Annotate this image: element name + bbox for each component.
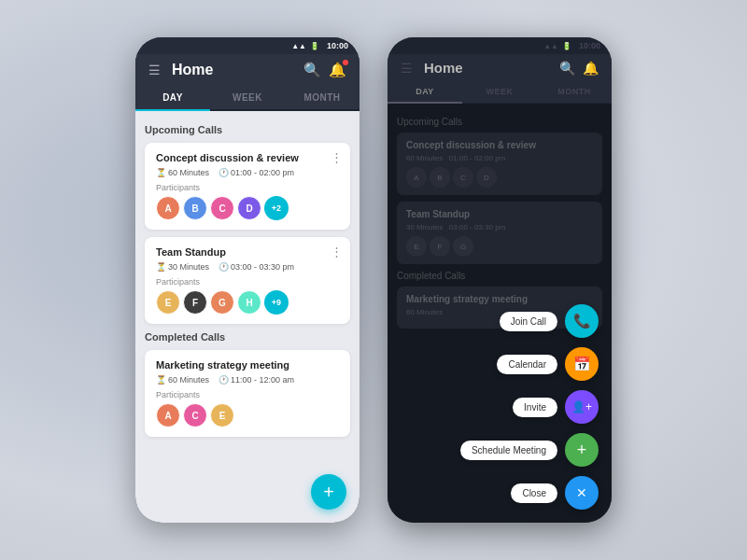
avatar: F (430, 236, 450, 257)
hourglass-icon-3: ⏳ (156, 375, 166, 385)
avatar: D (237, 196, 261, 220)
overlay-avatars-2: E F G (406, 236, 593, 257)
tab-month[interactable]: MONTH (285, 86, 359, 109)
signal-icon: ▲▲ (291, 42, 306, 50)
call-1-title: Concept discussion & review (156, 152, 339, 163)
tab-bar: DAY WEEK MONTH (135, 86, 359, 111)
overlay-call-1-title: Concept discussion & review (406, 140, 593, 150)
overlay-tab-bar: DAY WEEK MONTH (388, 81, 612, 104)
overlay-tab-week[interactable]: WEEK (462, 81, 537, 103)
avatar: E (406, 236, 427, 257)
calendar-button[interactable]: 📅 (565, 347, 599, 381)
invite-label[interactable]: Invite (513, 398, 557, 417)
avatar: C (453, 167, 473, 188)
signal-icon-2: ▲▲ (543, 42, 558, 50)
join-call-label[interactable]: Join Call (500, 312, 557, 331)
fab-item-calendar: Calendar 📅 (497, 347, 599, 381)
overlay-tab-month[interactable]: MONTH (537, 81, 612, 103)
main-content: Upcoming Calls ⋮ Concept discussion & re… (135, 111, 359, 523)
participants-label-2: Participants (156, 277, 339, 287)
add-person-icon: 👤+ (571, 400, 592, 413)
invite-button[interactable]: 👤+ (565, 390, 599, 424)
status-bar: ▲▲ 🔋 10:00 (135, 37, 359, 54)
call-card-2: ⋮ Team Standup ⏳30 Minutes 🕐03:00 - 03:3… (145, 237, 350, 324)
hamburger-icon-2[interactable]: ☰ (401, 61, 413, 76)
fab-item-join-call: Join Call 📞 (500, 304, 599, 338)
call-card-1: ⋮ Concept discussion & review ⏳60 Minute… (145, 143, 350, 230)
notification-button[interactable]: 🔔 (329, 62, 346, 78)
avatar: A (406, 167, 427, 188)
more-options-button-2[interactable]: ⋮ (331, 245, 343, 259)
overlay-main: Upcoming Calls Concept discussion & revi… (388, 104, 612, 523)
notification-button-2[interactable]: 🔔 (583, 61, 599, 76)
avatar: E (156, 290, 180, 315)
avatars-1: A B C D +2 (156, 196, 339, 220)
avatar: B (430, 167, 450, 188)
call-card-3: Marketing strategy meeting ⏳60 Minutes 🕐… (145, 350, 350, 437)
join-call-button[interactable]: 📞 (565, 304, 599, 338)
avatar: C (210, 196, 234, 220)
calendar-label[interactable]: Calendar (497, 355, 557, 374)
overlay-card-2: Team Standup 30 Minutes 03:00 - 03:30 pm… (397, 202, 602, 264)
call-2-meta: ⏳30 Minutes 🕐03:00 - 03:30 pm (156, 262, 339, 272)
battery-icon: 🔋 (310, 42, 319, 50)
close-fab-button[interactable]: ✕ (565, 476, 599, 510)
overlay-avatars-1: A B C D (406, 167, 593, 188)
upcoming-calls-title: Upcoming Calls (145, 124, 350, 135)
plus-icon: + (577, 441, 587, 460)
status-time: 10:00 (327, 41, 348, 50)
status-time-2: 10:00 (579, 41, 600, 50)
overlay-page-title: Home (424, 60, 552, 76)
avatars-2: E F G H +9 (156, 290, 339, 315)
avatar: H (237, 290, 261, 315)
status-bar-2: ▲▲ 🔋 10:00 (388, 37, 612, 54)
search-button-2[interactable]: 🔍 (559, 61, 575, 76)
fab-menu: Join Call 📞 Calendar 📅 Invite 👤+ (460, 304, 599, 510)
avatar: A (156, 196, 180, 220)
overlay-header: ☰ Home 🔍 🔔 (388, 54, 612, 81)
avatar: C (183, 403, 207, 427)
avatar: E (210, 403, 234, 427)
schedule-meeting-button[interactable]: + (565, 433, 599, 467)
phone-2: ▲▲ 🔋 10:00 ☰ Home 🔍 🔔 DAY WEEK MONTH Upc… (388, 37, 612, 523)
avatar: A (156, 403, 180, 427)
avatar: G (210, 290, 234, 315)
calendar-icon: 📅 (573, 356, 591, 372)
overlay-card-1: Concept discussion & review 60 Minutes 0… (397, 133, 602, 195)
call-2-title: Team Standup (156, 246, 339, 258)
overlay-tab-day[interactable]: DAY (388, 81, 462, 104)
participants-label-1: Participants (156, 183, 339, 192)
fab-button[interactable]: + (311, 474, 346, 510)
completed-calls-title: Completed Calls (145, 331, 350, 343)
avatar: F (183, 290, 207, 315)
avatar: G (453, 236, 473, 257)
schedule-meeting-label[interactable]: Schedule Meeting (460, 441, 557, 460)
overlay-call-1-meta: 60 Minutes 01:00 - 02:00 pm (406, 154, 593, 162)
app-header: ☰ Home 🔍 🔔 (135, 54, 359, 86)
battery-icon-2: 🔋 (562, 42, 571, 50)
overlay-upcoming-label: Upcoming Calls (397, 117, 602, 127)
hamburger-icon[interactable]: ☰ (148, 63, 161, 77)
avatar: D (476, 167, 497, 188)
search-button[interactable]: 🔍 (303, 62, 321, 78)
close-label[interactable]: Close (511, 483, 557, 503)
fab-item-schedule: Schedule Meeting + (460, 433, 599, 467)
close-icon: ✕ (576, 485, 587, 500)
page-title: Home (172, 62, 296, 78)
call-1-meta: ⏳60 Minutes 🕐01:00 - 02:00 pm (156, 168, 339, 177)
tab-day[interactable]: DAY (135, 86, 210, 111)
participants-label-3: Participants (156, 390, 339, 399)
overlay-call-3-title: Marketing strategy meeting (406, 294, 593, 304)
notification-dot (343, 60, 348, 65)
overlay-completed-label: Completed Calls (397, 271, 602, 281)
clock-icon-2: 🕐 (218, 262, 229, 272)
more-options-button-1[interactable]: ⋮ (331, 150, 343, 164)
overlay-call-2-title: Team Standup (406, 209, 593, 219)
tab-week[interactable]: WEEK (210, 86, 285, 109)
avatars-3: A C E (156, 403, 339, 427)
clock-icon: 🕐 (218, 168, 229, 177)
overlay-call-2-meta: 30 Minutes 03:00 - 03:30 pm (406, 223, 593, 231)
call-3-title: Marketing strategy meeting (156, 359, 339, 371)
fab-item-close: Close ✕ (511, 476, 599, 510)
call-3-meta: ⏳60 Minutes 🕐11:00 - 12:00 am (156, 375, 339, 385)
